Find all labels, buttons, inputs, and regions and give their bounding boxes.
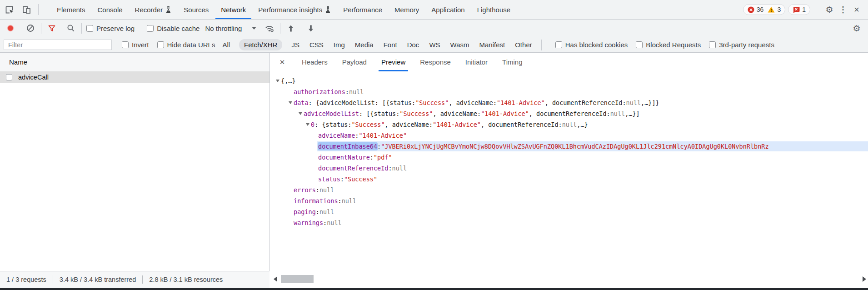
export-har-icon[interactable] [305,22,317,34]
filter-type-img[interactable]: Img [333,39,346,50]
close-devtools-icon[interactable]: ✕ [850,3,863,16]
experiment-flask-icon [165,6,171,13]
tab-network[interactable]: Network [221,0,246,19]
tree-line[interactable]: 0: {status: "Success", adviceName: "1401… [270,119,868,130]
tab-performance-insights[interactable]: Performance insights [258,0,331,19]
tab-bar-right-controls: 36 3 1 ⚙ ⋮ ✕ [740,0,868,19]
request-name: adviceCall [18,74,49,81]
tree-line[interactable]: warnings: null [270,217,868,228]
detail-tab-payload[interactable]: Payload [342,53,367,71]
tree-line[interactable]: adviceModelList: [{status: "Success", ad… [270,108,868,119]
name-column-header[interactable]: Name [0,53,269,71]
json-text: {,…} [281,77,296,85]
detail-tab-response[interactable]: Response [420,53,451,71]
detail-tab-preview[interactable]: Preview [381,53,405,71]
tree-line[interactable]: documentNature: "pdf" [270,152,868,163]
filter-type-manifest[interactable]: Manifest [479,39,506,50]
tree-line[interactable]: errors: null [270,185,868,195]
request-checkbox[interactable] [6,74,12,80]
tab-elements[interactable]: Elements [57,0,85,19]
tree-line[interactable]: documentReferenceId: null [270,163,868,174]
detail-tab-initiator[interactable]: Initiator [465,53,488,71]
device-toolbar-icon[interactable] [21,4,32,15]
json-string-value: "1401-Advice" [481,110,529,117]
transferred-summary: 3.4 kB / 3.4 kB transferred [60,276,136,283]
filter-type-media[interactable]: Media [354,39,374,50]
blocked-requests-checkbox[interactable]: Blocked Requests [636,41,701,49]
filter-funnel-icon[interactable] [46,22,58,34]
filter-type-js[interactable]: JS [290,39,300,50]
tab-performance[interactable]: Performance [343,0,382,19]
invert-checkbox[interactable]: Invert [122,41,149,49]
filter-type-wasm[interactable]: Wasm [449,39,470,50]
inspect-element-icon[interactable] [4,4,15,15]
settings-gear-icon[interactable]: ⚙ [823,3,836,16]
tree-line[interactable]: {,…} [270,75,868,86]
network-settings-gear-icon[interactable]: ⚙ [850,22,863,35]
detail-tab-headers[interactable]: Headers [302,53,328,71]
network-conditions-icon[interactable] [264,22,275,34]
json-string-value: "Success" [344,175,377,183]
import-har-icon[interactable] [285,22,297,34]
clear-network-log-button[interactable] [25,22,36,34]
filter-type-doc[interactable]: Doc [406,39,420,50]
scroll-left-arrow-icon[interactable] [274,276,277,282]
issues-badge[interactable]: 1 [788,4,810,15]
expand-arrow-icon[interactable] [274,80,281,82]
filter-type-fetch-xhr[interactable]: Fetch/XHR [239,39,282,50]
scroll-right-arrow-icon[interactable] [863,276,866,282]
third-party-requests-checkbox[interactable]: 3rd-party requests [709,41,774,49]
json-key: paging [294,208,316,215]
json-string-value: "Success" [351,121,384,128]
hide-data-urls-checkbox[interactable]: Hide data URLs [157,41,215,49]
tab-recorder[interactable]: Recorder [135,0,172,19]
filter-type-ws[interactable]: WS [428,39,441,50]
horizontal-scrollbar[interactable] [270,271,868,288]
filter-type-other[interactable]: Other [514,39,533,50]
throttling-select[interactable]: No throttling [205,25,256,32]
checkbox[interactable] [86,25,93,32]
panel-splitter[interactable] [269,53,270,271]
expand-arrow-icon[interactable] [287,101,294,104]
checkbox[interactable] [122,41,129,48]
checkbox[interactable] [147,25,154,32]
throttling-value: No throttling [205,25,242,32]
tab-lighthouse[interactable]: Lighthouse [477,0,510,19]
preserve-log-label: Preserve log [96,25,135,32]
detail-tab-timing[interactable]: Timing [502,53,522,71]
filter-input[interactable] [4,40,112,50]
checkbox[interactable] [709,41,716,48]
record-network-log-button[interactable] [5,22,16,34]
invert-label: Invert [132,41,149,49]
console-status-badge[interactable]: 36 3 [743,4,785,15]
search-icon[interactable] [65,22,77,34]
close-details-icon[interactable]: ✕ [277,58,287,66]
kebab-menu-icon[interactable]: ⋮ [836,3,850,16]
filter-type-all[interactable]: All [221,39,231,50]
tree-line[interactable]: data: {adviceModelList: [{status: "Succe… [270,97,868,108]
request-row-advicecall[interactable]: adviceCall [0,71,269,83]
toolbar-divider [816,5,816,15]
expand-arrow-icon[interactable] [304,123,311,126]
tree-line[interactable]: documentInbase64: "JVBERi0xLjYNCjUgMCBvY… [270,141,868,152]
tab-application[interactable]: Application [431,0,464,19]
checkbox[interactable] [555,41,562,48]
tab-memory[interactable]: Memory [394,0,419,19]
tree-line[interactable]: paging: null [270,206,868,217]
disable-cache-checkbox[interactable]: Disable cache [147,25,200,32]
tree-line[interactable]: adviceName: "1401-Advice" [270,130,868,141]
tree-line[interactable]: authorizations: null [270,86,868,97]
tab-console[interactable]: Console [98,0,123,19]
tab-sources[interactable]: Sources [184,0,209,19]
checkbox[interactable] [636,41,643,48]
checkbox[interactable] [157,41,164,48]
has-blocked-cookies-checkbox[interactable]: Has blocked cookies [555,41,628,49]
expand-arrow-icon[interactable] [297,112,304,115]
tree-line[interactable]: informations: null [270,195,868,206]
scrollbar-thumb[interactable] [281,275,314,283]
filter-type-font[interactable]: Font [383,39,398,50]
filter-type-css[interactable]: CSS [309,39,324,50]
json-string-value: "Success" [399,110,433,117]
preserve-log-checkbox[interactable]: Preserve log [86,25,135,32]
tree-line[interactable]: status: "Success" [270,174,868,185]
